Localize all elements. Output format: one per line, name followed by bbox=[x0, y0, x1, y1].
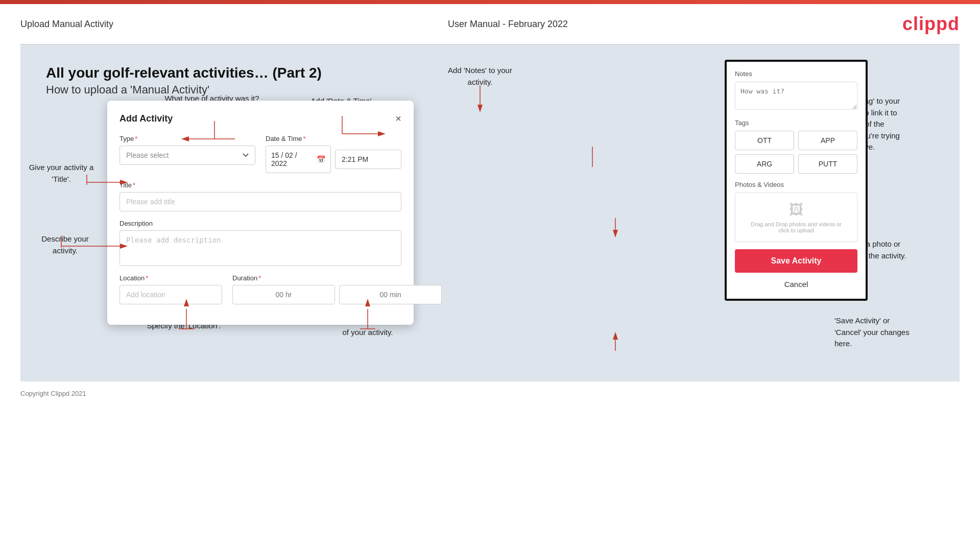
type-group: Type* Please select bbox=[119, 135, 255, 173]
header: Upload Manual Activity User Manual - Feb… bbox=[0, 4, 980, 44]
annotation-notes: Add 'Notes' to your activity. bbox=[424, 65, 536, 88]
notes-label: Notes bbox=[735, 70, 857, 78]
type-select[interactable]: Please select bbox=[119, 146, 255, 165]
dialog-header: Add Activity × bbox=[119, 113, 401, 125]
title-label: Title* bbox=[119, 181, 401, 189]
annotation-describe: Describe your activity. bbox=[26, 233, 105, 256]
location-group: Location* bbox=[119, 274, 222, 304]
description-label: Description bbox=[119, 220, 401, 227]
location-duration-row: Location* Duration* bbox=[119, 274, 401, 304]
duration-hr-input[interactable] bbox=[232, 285, 335, 304]
time-input[interactable]: 2:21 PM bbox=[335, 150, 401, 169]
annotation-save-cancel: 'Save Activity' or 'Cancel' your changes… bbox=[834, 315, 949, 350]
tags-grid: OTT APP ARG PUTT bbox=[735, 131, 857, 174]
save-activity-button[interactable]: Save Activity bbox=[735, 249, 857, 273]
dialog-title: Add Activity bbox=[119, 113, 173, 124]
description-input[interactable] bbox=[119, 230, 401, 266]
close-button[interactable]: × bbox=[395, 113, 401, 125]
svg-marker-19 bbox=[477, 105, 483, 112]
top-bar bbox=[0, 0, 980, 4]
location-label: Location* bbox=[119, 274, 222, 282]
duration-min-input[interactable] bbox=[339, 285, 442, 304]
datetime-label: Date & Time* bbox=[266, 135, 401, 142]
description-group: Description bbox=[119, 220, 401, 266]
date-input[interactable]: 15 / 02 / 2022 📅 bbox=[266, 146, 331, 173]
duration-inputs bbox=[232, 285, 442, 304]
cancel-link[interactable]: Cancel bbox=[735, 278, 857, 291]
copyright: Copyright Clippd 2021 bbox=[20, 390, 86, 397]
svg-marker-25 bbox=[613, 332, 618, 340]
tag-putt[interactable]: PUTT bbox=[798, 154, 857, 174]
tag-app[interactable]: APP bbox=[798, 131, 857, 150]
title-input[interactable] bbox=[119, 192, 401, 211]
calendar-icon: 📅 bbox=[317, 155, 325, 163]
datetime-inputs: 15 / 02 / 2022 📅 2:21 PM bbox=[266, 146, 401, 173]
tag-ott[interactable]: OTT bbox=[735, 131, 794, 150]
photos-label: Photos & Videos bbox=[735, 181, 857, 188]
manual-title: User Manual - February 2022 bbox=[448, 19, 568, 30]
tag-arg[interactable]: ARG bbox=[735, 154, 794, 174]
duration-group-wrap: Duration* bbox=[232, 274, 442, 304]
page-title: Upload Manual Activity bbox=[20, 19, 113, 30]
duration-label: Duration* bbox=[232, 274, 442, 282]
phone-inner: Notes Tags OTT APP ARG PUTT Photos & Vid… bbox=[727, 62, 866, 299]
add-activity-dialog: Add Activity × Type* Please select Date … bbox=[107, 101, 414, 325]
main-content: All your golf-relevant activities… (Part… bbox=[20, 44, 960, 381]
annotation-title: Give your activity a 'Title'. bbox=[20, 162, 102, 185]
footer: Copyright Clippd 2021 bbox=[0, 381, 980, 405]
photos-text: Drag and Drop photos and videos or click… bbox=[751, 221, 841, 233]
type-date-row: Type* Please select Date & Time* 15 / 02… bbox=[119, 135, 401, 173]
svg-marker-23 bbox=[613, 230, 618, 237]
datetime-group: Date & Time* 15 / 02 / 2022 📅 2:21 PM bbox=[266, 135, 401, 173]
title-group: Title* bbox=[119, 181, 401, 211]
photos-upload[interactable]: 🖼 Drag and Drop photos and videos or cli… bbox=[735, 193, 857, 242]
phone-panel: Notes Tags OTT APP ARG PUTT Photos & Vid… bbox=[725, 60, 868, 301]
location-input[interactable] bbox=[119, 285, 222, 304]
tags-label: Tags bbox=[735, 119, 857, 127]
notes-input[interactable] bbox=[735, 82, 857, 110]
logo: clippd bbox=[902, 13, 960, 35]
photo-icon: 🖼 bbox=[789, 201, 803, 218]
type-label: Type* bbox=[119, 135, 255, 142]
